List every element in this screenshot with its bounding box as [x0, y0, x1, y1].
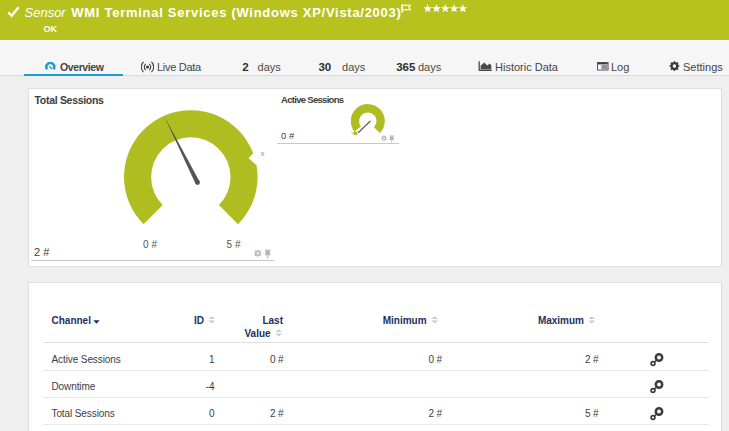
svg-text:x: x [261, 149, 265, 158]
